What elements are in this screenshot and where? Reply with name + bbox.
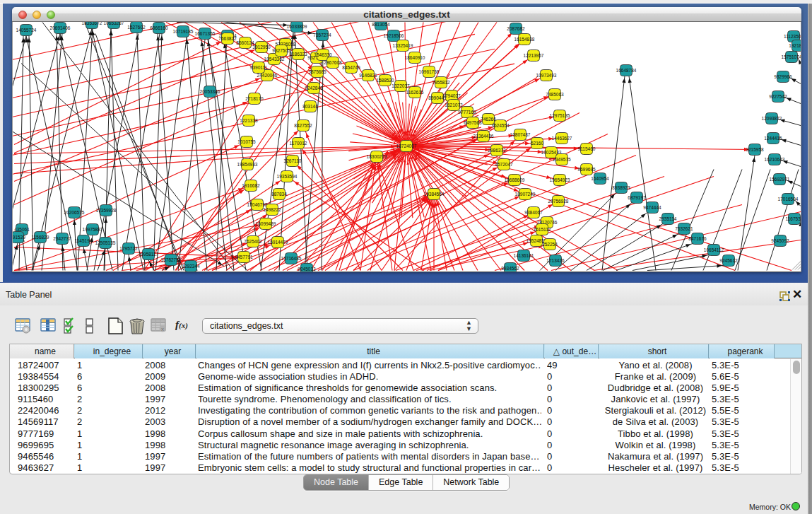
svg-text:16648784: 16648784	[616, 68, 637, 73]
svg-text:1156829: 1156829	[32, 235, 49, 240]
svg-text:14136141: 14136141	[514, 253, 534, 258]
svg-text:2986372: 2986372	[488, 148, 506, 153]
svg-text:9327505: 9327505	[272, 48, 290, 53]
svg-text:6794027: 6794027	[442, 93, 461, 98]
svg-text:1167531: 1167531	[786, 216, 801, 221]
svg-text:1498222: 1498222	[263, 207, 281, 212]
svg-text:10973493: 10973493	[536, 73, 557, 78]
svg-text:17046798: 17046798	[247, 202, 268, 207]
svg-text:18907249: 18907249	[515, 192, 536, 197]
svg-text:16154838: 16154838	[514, 37, 535, 42]
svg-text:8938923: 8938923	[612, 185, 630, 190]
svg-text:10653287: 10653287	[104, 22, 124, 25]
svg-text:3215958: 3215958	[746, 147, 764, 152]
svg-text:1322037: 1322037	[392, 83, 410, 88]
svg-text:1145194: 1145194	[75, 238, 93, 243]
svg-text:7663822: 7663822	[218, 36, 237, 41]
svg-text:13325419: 13325419	[393, 43, 413, 48]
svg-text:10961758: 10961758	[419, 69, 440, 74]
svg-text:4572047: 4572047	[495, 162, 513, 167]
svg-text:9384067: 9384067	[524, 210, 543, 215]
svg-text:7485063: 7485063	[546, 92, 564, 97]
svg-text:18300273: 18300273	[367, 154, 387, 159]
svg-text:10654112: 10654112	[704, 247, 724, 252]
svg-text:1292344: 1292344	[182, 264, 200, 269]
svg-text:24420046: 24420046	[257, 73, 278, 78]
svg-text:3912950: 3912950	[252, 45, 271, 49]
svg-text:803144: 803144	[302, 104, 318, 109]
svg-text:10719185: 10719185	[173, 29, 194, 34]
svg-text:12213957: 12213957	[524, 53, 544, 58]
svg-text:18724007: 18724007	[396, 144, 417, 148]
svg-text:18640910: 18640910	[405, 55, 425, 60]
svg-text:12093872: 12093872	[762, 116, 782, 121]
svg-text:1546330: 1546330	[314, 52, 332, 57]
svg-text:1588520: 1588520	[376, 78, 394, 83]
svg-text:9777169: 9777169	[458, 110, 476, 115]
svg-text:7357274: 7357274	[313, 33, 331, 37]
svg-text:10958117: 10958117	[139, 252, 159, 257]
svg-text:391539: 391539	[13, 235, 25, 240]
svg-text:6879197: 6879197	[628, 195, 646, 200]
svg-text:3875685: 3875685	[308, 69, 326, 74]
svg-text:9699695: 9699695	[577, 167, 596, 172]
svg-text:19218506: 19218506	[384, 33, 404, 38]
svg-text:1162615: 1162615	[406, 90, 424, 95]
svg-text:19384554: 19384554	[424, 192, 445, 197]
svg-text:6497568: 6497568	[464, 120, 482, 125]
svg-text:6966160: 6966160	[150, 25, 168, 30]
svg-text:15751074: 15751074	[782, 54, 801, 59]
svg-text:2867608: 2867608	[324, 60, 342, 65]
svg-text:2718170: 2718170	[245, 96, 264, 101]
svg-text:8186323: 8186323	[289, 52, 307, 57]
svg-text:16914479: 16914479	[268, 240, 288, 245]
svg-text:746266: 746266	[481, 117, 496, 122]
svg-text:12975135: 12975135	[550, 113, 570, 118]
svg-text:12505135: 12505135	[95, 240, 116, 245]
svg-text:2935114: 2935114	[659, 216, 677, 221]
svg-text:1244415: 1244415	[764, 136, 782, 141]
svg-text:9457791: 9457791	[235, 255, 253, 259]
svg-text:15692971: 15692971	[770, 177, 790, 182]
svg-text:14463627: 14463627	[552, 136, 572, 141]
svg-text:15716485: 15716485	[281, 256, 302, 261]
svg-text:435061: 435061	[14, 227, 30, 232]
svg-text:20756928: 20756928	[548, 199, 569, 204]
svg-text:9245612: 9245612	[719, 258, 738, 263]
svg-text:16782759: 16782759	[161, 257, 182, 262]
svg-text:18353672: 18353672	[82, 22, 102, 25]
svg-text:3624554: 3624554	[491, 123, 510, 128]
svg-text:10543362: 10543362	[264, 57, 285, 62]
svg-text:252254: 252254	[542, 242, 558, 247]
svg-text:9329966: 9329966	[774, 74, 792, 79]
svg-text:11123506: 11123506	[784, 34, 801, 39]
svg-text:21364436: 21364436	[473, 134, 494, 139]
svg-text:9146821: 9146821	[359, 73, 377, 78]
svg-text:1615112: 1615112	[534, 227, 551, 232]
svg-text:3267110: 3267110	[284, 158, 302, 163]
svg-text:20691406: 20691406	[50, 25, 71, 30]
svg-text:20053346: 20053346	[200, 89, 220, 94]
svg-text:17359928: 17359928	[96, 208, 117, 213]
svg-text:9115460: 9115460	[578, 146, 596, 151]
svg-text:9242848: 9242848	[305, 86, 323, 90]
svg-text:8934562: 8934562	[501, 266, 519, 271]
svg-text:9245092: 9245092	[771, 238, 789, 243]
svg-text:1621072: 1621072	[445, 103, 463, 107]
svg-text:2342737: 2342737	[53, 236, 71, 241]
svg-text:7955812: 7955812	[432, 80, 450, 85]
svg-text:16210643: 16210643	[765, 157, 785, 162]
svg-text:19854933: 19854933	[237, 162, 258, 167]
svg-text:20206575: 20206575	[64, 210, 85, 215]
svg-text:14055724: 14055724	[16, 28, 37, 33]
svg-text:7625402: 7625402	[244, 239, 262, 244]
svg-text:16671355: 16671355	[195, 31, 216, 36]
svg-text:2349575: 2349575	[553, 157, 571, 162]
svg-text:1713426: 1713426	[546, 258, 565, 263]
svg-text:8454749: 8454749	[342, 65, 360, 70]
svg-text:1921850: 1921850	[789, 43, 801, 48]
svg-text:1916682: 1916682	[242, 183, 260, 188]
svg-text:10688609: 10688609	[505, 177, 525, 182]
svg-text:9390111: 9390111	[250, 65, 268, 70]
svg-text:9227542: 9227542	[769, 94, 787, 99]
